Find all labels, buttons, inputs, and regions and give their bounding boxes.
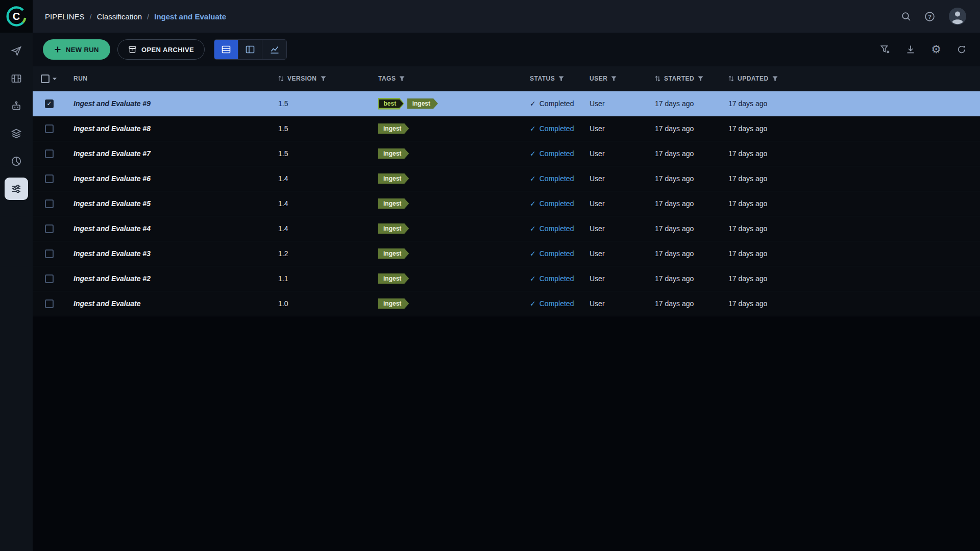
download-button[interactable] <box>905 44 916 55</box>
search-icon <box>901 11 911 21</box>
sort-icon <box>655 76 660 82</box>
column-header-version[interactable]: VERSION <box>278 75 378 82</box>
table-row[interactable]: Ingest and Evaluate #8 1.5 ingest ✓ Comp… <box>33 116 980 141</box>
run-user: User <box>590 249 655 258</box>
row-checkbox[interactable] <box>45 249 54 258</box>
checkbox-menu-caret-icon[interactable] <box>52 77 57 81</box>
row-checkbox[interactable] <box>45 274 54 283</box>
row-checkbox[interactable] <box>45 174 54 183</box>
run-name-link[interactable]: Ingest and Evaluate #7 <box>74 149 151 158</box>
column-header-run[interactable]: RUN <box>65 75 278 82</box>
filter-clear-icon <box>880 44 890 55</box>
table-row[interactable]: Ingest and Evaluate 1.0 ingest ✓ Complet… <box>33 291 980 316</box>
row-checkbox[interactable] <box>45 99 54 108</box>
filter-icon[interactable] <box>772 76 778 82</box>
column-header-tags[interactable]: TAGS <box>378 75 530 82</box>
run-status: ✓ Completed <box>530 224 590 233</box>
run-name-cell: Ingest and Evaluate #7 <box>65 149 278 158</box>
run-name-link[interactable]: Ingest and Evaluate #5 <box>74 199 151 208</box>
sidebar-item-reports[interactable] <box>5 150 28 172</box>
run-name-link[interactable]: Ingest and Evaluate #4 <box>74 224 151 233</box>
table-row[interactable]: Ingest and Evaluate #9 1.5 bestingest ✓ … <box>33 91 980 116</box>
table-row[interactable]: Ingest and Evaluate #7 1.5 ingest ✓ Comp… <box>33 141 980 166</box>
run-status: ✓ Completed <box>530 149 590 158</box>
run-user: User <box>590 199 655 208</box>
run-user: User <box>590 124 655 133</box>
sidebar-item-pipelines[interactable] <box>5 178 28 200</box>
run-user: User <box>590 99 655 108</box>
user-avatar[interactable] <box>948 7 967 26</box>
open-archive-label: OPEN ARCHIVE <box>141 46 194 54</box>
row-checkbox[interactable] <box>45 224 54 233</box>
metrics-view-button[interactable] <box>262 40 286 59</box>
tag-ingest: ingest <box>378 273 409 284</box>
open-archive-button[interactable]: OPEN ARCHIVE <box>117 39 205 60</box>
filter-icon[interactable] <box>558 76 564 82</box>
detail-view-button[interactable] <box>238 40 262 59</box>
run-updated: 17 days ago <box>728 99 980 108</box>
tag-ingest: ingest <box>378 223 409 234</box>
table-row[interactable]: Ingest and Evaluate #4 1.4 ingest ✓ Comp… <box>33 216 980 241</box>
filter-icon[interactable] <box>399 76 405 82</box>
clear-filters-button[interactable] <box>880 44 890 55</box>
table-row[interactable]: Ingest and Evaluate #2 1.1 ingest ✓ Comp… <box>33 266 980 291</box>
row-checkbox[interactable] <box>45 199 54 208</box>
row-checkbox[interactable] <box>45 149 54 158</box>
sidebar-item-models[interactable] <box>5 122 28 145</box>
run-name-link[interactable]: Ingest and Evaluate <box>74 299 140 308</box>
column-header-started[interactable]: STARTED <box>655 75 728 82</box>
filter-icon[interactable] <box>611 76 617 82</box>
tag-ingest: ingest <box>378 298 409 309</box>
sidebar-item-datasets[interactable] <box>5 67 28 90</box>
row-checkbox[interactable] <box>45 124 54 133</box>
column-header-status[interactable]: STATUS <box>530 75 590 82</box>
breadcrumb-pipelines[interactable]: PIPELINES <box>45 12 85 21</box>
workers-icon <box>10 100 22 112</box>
filter-icon[interactable] <box>698 76 703 82</box>
run-started: 17 days ago <box>655 149 728 158</box>
run-name-link[interactable]: Ingest and Evaluate #2 <box>74 274 151 283</box>
status-check-icon: ✓ <box>530 174 536 183</box>
run-tags: ingest <box>378 298 530 309</box>
run-name-link[interactable]: Ingest and Evaluate #9 <box>74 99 151 108</box>
filter-icon[interactable] <box>321 76 326 82</box>
new-run-button[interactable]: NEW RUN <box>43 39 110 60</box>
app-root: C PIPELINES / Classification / Ingest an… <box>0 0 980 551</box>
table-header-checkbox-cell <box>33 74 65 83</box>
run-tags: ingest <box>378 223 530 234</box>
settings-button[interactable]: ⚙ <box>931 44 941 55</box>
sidebar <box>0 33 33 551</box>
column-header-updated[interactable]: UPDATED <box>728 75 980 82</box>
row-checkbox-cell <box>33 299 65 308</box>
run-name-link[interactable]: Ingest and Evaluate #6 <box>74 174 151 183</box>
search-button[interactable] <box>901 11 911 21</box>
run-version: 1.4 <box>278 174 378 183</box>
split-view-icon <box>245 44 255 55</box>
sidebar-item-workers[interactable] <box>5 95 28 117</box>
table-row[interactable]: Ingest and Evaluate #3 1.2 ingest ✓ Comp… <box>33 241 980 266</box>
sort-icon <box>728 76 734 82</box>
run-name-link[interactable]: Ingest and Evaluate #3 <box>74 249 151 258</box>
sidebar-item-projects[interactable] <box>5 40 28 62</box>
table-view-button[interactable] <box>214 40 238 59</box>
row-checkbox[interactable] <box>45 299 54 308</box>
select-all-checkbox[interactable] <box>41 74 50 83</box>
clearml-logo[interactable]: C <box>0 0 33 33</box>
auto-refresh-button[interactable] <box>957 44 967 55</box>
run-tags: ingest <box>378 173 530 184</box>
column-header-user[interactable]: USER <box>590 75 655 82</box>
help-button[interactable]: ? <box>924 11 935 22</box>
run-name-link[interactable]: Ingest and Evaluate #8 <box>74 124 151 133</box>
svg-text:C: C <box>13 11 20 22</box>
tag-ingest: ingest <box>378 148 409 159</box>
table-row[interactable]: Ingest and Evaluate #6 1.4 ingest ✓ Comp… <box>33 166 980 191</box>
refresh-icon <box>957 44 967 55</box>
breadcrumb-project[interactable]: Classification <box>97 12 142 21</box>
table-row[interactable]: Ingest and Evaluate #5 1.4 ingest ✓ Comp… <box>33 191 980 216</box>
table-body: Ingest and Evaluate #9 1.5 bestingest ✓ … <box>33 91 980 316</box>
clearml-logo-icon: C <box>5 5 28 28</box>
status-text: Completed <box>540 149 574 158</box>
run-user: User <box>590 299 655 308</box>
row-checkbox-cell <box>33 224 65 233</box>
new-run-label: NEW RUN <box>66 46 99 54</box>
